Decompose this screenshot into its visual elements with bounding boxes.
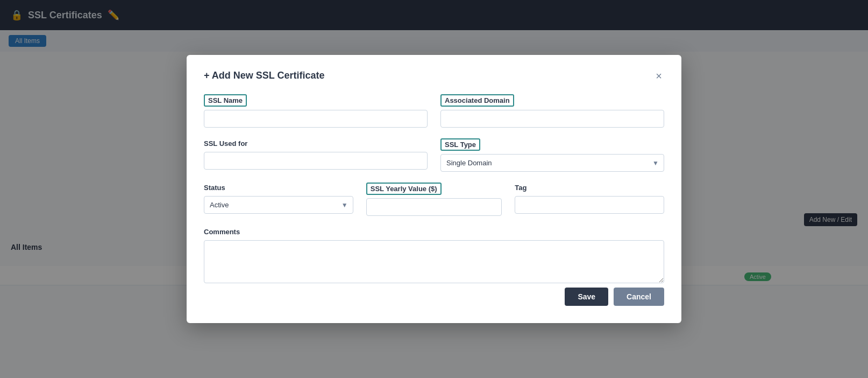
ssl-name-input[interactable]: [204, 110, 428, 128]
cancel-button[interactable]: Cancel: [614, 288, 664, 306]
status-select[interactable]: Active Inactive Expired: [204, 196, 353, 214]
form-row-1: SSL Name Associated Domain: [204, 94, 664, 128]
modal-close-button[interactable]: ×: [653, 71, 664, 81]
comments-label: Comments: [204, 227, 664, 237]
tag-label: Tag: [515, 183, 664, 193]
associated-domain-label: Associated Domain: [440, 94, 514, 107]
comments-group: Comments: [204, 227, 664, 283]
ssl-name-label: SSL Name: [204, 94, 247, 107]
associated-domain-group: Associated Domain: [440, 94, 664, 128]
ssl-used-for-label: SSL Used for: [204, 138, 428, 149]
comments-textarea[interactable]: [204, 240, 664, 283]
associated-domain-input[interactable]: [440, 110, 664, 128]
status-group: Status Active Inactive Expired ▼: [204, 183, 353, 216]
ssl-name-group: SSL Name: [204, 94, 428, 128]
ssl-type-group: SSL Type Single Domain Wildcard Multi-Do…: [440, 138, 664, 172]
ssl-yearly-value-label: SSL Yearly Value ($): [366, 183, 442, 195]
modal-footer: Save Cancel: [204, 288, 664, 306]
tag-group: Tag: [515, 183, 664, 216]
form-row-4: Comments: [204, 227, 664, 283]
ssl-yearly-value-group: SSL Yearly Value ($): [366, 183, 502, 216]
modal-header: + Add New SSL Certificate ×: [204, 70, 664, 81]
ssl-type-select[interactable]: Single Domain Wildcard Multi-Domain: [440, 154, 664, 172]
ssl-used-for-input[interactable]: [204, 152, 428, 170]
ssl-type-select-wrapper: Single Domain Wildcard Multi-Domain ▼: [440, 154, 664, 172]
form-row-2: SSL Used for SSL Type Single Domain Wild…: [204, 138, 664, 172]
status-select-wrapper: Active Inactive Expired ▼: [204, 196, 353, 214]
modal-body: SSL Name Associated Domain SSL Used for …: [204, 94, 664, 283]
ssl-yearly-value-input[interactable]: [366, 198, 502, 216]
modal-overlay: + Add New SSL Certificate × SSL Name Ass…: [0, 0, 868, 378]
form-row-3: Status Active Inactive Expired ▼ SSL Yea…: [204, 183, 664, 216]
status-label: Status: [204, 183, 353, 193]
tag-input[interactable]: [515, 196, 664, 214]
ssl-used-for-group: SSL Used for: [204, 138, 428, 172]
modal-title: + Add New SSL Certificate: [204, 70, 325, 81]
save-button[interactable]: Save: [565, 288, 608, 306]
ssl-type-label: SSL Type: [440, 138, 480, 151]
modal-dialog: + Add New SSL Certificate × SSL Name Ass…: [187, 55, 681, 323]
